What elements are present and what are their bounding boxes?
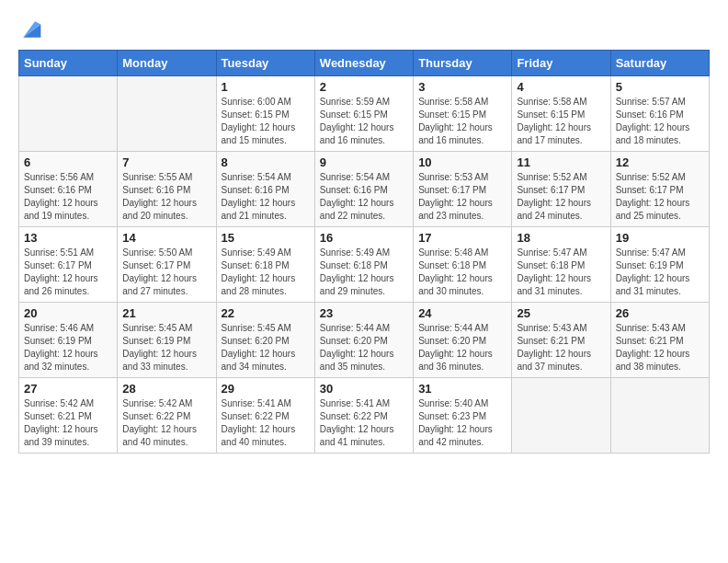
day-info: Sunrise: 5:49 AM Sunset: 6:18 PM Dayligh… [222, 247, 310, 298]
day-cell: 27Sunrise: 5:42 AM Sunset: 6:21 PM Dayli… [19, 378, 118, 454]
day-number: 25 [517, 306, 605, 320]
day-number: 6 [24, 155, 112, 169]
day-cell: 16Sunrise: 5:49 AM Sunset: 6:18 PM Dayli… [314, 227, 413, 303]
logo [18, 18, 42, 40]
day-number: 18 [517, 231, 605, 245]
day-info: Sunrise: 5:51 AM Sunset: 6:17 PM Dayligh… [24, 247, 112, 298]
day-number: 2 [320, 80, 408, 94]
day-number: 5 [616, 80, 704, 94]
day-cell: 10Sunrise: 5:53 AM Sunset: 6:17 PM Dayli… [414, 152, 512, 227]
day-info: Sunrise: 5:58 AM Sunset: 6:15 PM Dayligh… [418, 96, 506, 147]
day-cell: 28Sunrise: 5:42 AM Sunset: 6:22 PM Dayli… [118, 378, 216, 454]
day-info: Sunrise: 5:45 AM Sunset: 6:19 PM Dayligh… [122, 322, 210, 373]
day-info: Sunrise: 5:59 AM Sunset: 6:15 PM Dayligh… [320, 96, 408, 147]
day-info: Sunrise: 5:48 AM Sunset: 6:18 PM Dayligh… [418, 247, 506, 298]
day-number: 28 [122, 382, 210, 396]
logo-text [18, 18, 42, 40]
week-row-2: 6Sunrise: 5:56 AM Sunset: 6:16 PM Daylig… [19, 152, 710, 227]
day-cell: 14Sunrise: 5:50 AM Sunset: 6:17 PM Dayli… [118, 227, 216, 303]
day-info: Sunrise: 5:43 AM Sunset: 6:21 PM Dayligh… [616, 322, 704, 373]
day-number: 31 [418, 382, 506, 396]
day-info: Sunrise: 5:47 AM Sunset: 6:19 PM Dayligh… [616, 247, 704, 298]
day-info: Sunrise: 5:46 AM Sunset: 6:19 PM Dayligh… [24, 322, 112, 373]
day-cell: 20Sunrise: 5:46 AM Sunset: 6:19 PM Dayli… [19, 303, 118, 378]
day-cell: 11Sunrise: 5:52 AM Sunset: 6:17 PM Dayli… [512, 152, 610, 227]
header-cell-tuesday: Tuesday [216, 51, 314, 76]
day-cell: 22Sunrise: 5:45 AM Sunset: 6:20 PM Dayli… [216, 303, 314, 378]
day-number: 16 [320, 231, 408, 245]
header-area [18, 15, 710, 40]
day-cell: 30Sunrise: 5:41 AM Sunset: 6:22 PM Dayli… [314, 378, 413, 454]
day-cell: 15Sunrise: 5:49 AM Sunset: 6:18 PM Dayli… [216, 227, 314, 303]
day-cell: 4Sunrise: 5:58 AM Sunset: 6:15 PM Daylig… [512, 76, 610, 152]
day-info: Sunrise: 5:52 AM Sunset: 6:17 PM Dayligh… [517, 171, 605, 223]
day-cell: 17Sunrise: 5:48 AM Sunset: 6:18 PM Dayli… [414, 227, 512, 303]
day-number: 24 [418, 306, 506, 320]
day-cell: 13Sunrise: 5:51 AM Sunset: 6:17 PM Dayli… [19, 227, 118, 303]
day-cell: 24Sunrise: 5:44 AM Sunset: 6:20 PM Dayli… [414, 303, 512, 378]
day-cell [610, 378, 709, 454]
day-number: 3 [418, 80, 506, 94]
day-info: Sunrise: 5:53 AM Sunset: 6:17 PM Dayligh… [418, 171, 506, 223]
header-cell-thursday: Thursday [414, 51, 512, 76]
day-info: Sunrise: 5:44 AM Sunset: 6:20 PM Dayligh… [320, 322, 408, 373]
day-number: 7 [122, 155, 210, 169]
day-cell [118, 76, 216, 152]
day-number: 22 [222, 306, 310, 320]
day-cell: 19Sunrise: 5:47 AM Sunset: 6:19 PM Dayli… [610, 227, 709, 303]
day-cell: 3Sunrise: 5:58 AM Sunset: 6:15 PM Daylig… [414, 76, 512, 152]
week-row-4: 20Sunrise: 5:46 AM Sunset: 6:19 PM Dayli… [19, 303, 710, 378]
day-info: Sunrise: 5:58 AM Sunset: 6:15 PM Dayligh… [517, 96, 605, 147]
day-info: Sunrise: 5:44 AM Sunset: 6:20 PM Dayligh… [418, 322, 506, 373]
day-number: 13 [24, 231, 112, 245]
day-cell [19, 76, 118, 152]
header-cell-wednesday: Wednesday [314, 51, 413, 76]
week-row-5: 27Sunrise: 5:42 AM Sunset: 6:21 PM Dayli… [19, 378, 710, 454]
day-info: Sunrise: 5:50 AM Sunset: 6:17 PM Dayligh… [122, 247, 210, 298]
day-cell: 7Sunrise: 5:55 AM Sunset: 6:16 PM Daylig… [118, 152, 216, 227]
day-number: 10 [418, 155, 506, 169]
day-number: 15 [222, 231, 310, 245]
logo-icon [20, 18, 42, 40]
day-number: 19 [616, 231, 704, 245]
header-cell-monday: Monday [118, 51, 216, 76]
day-cell: 8Sunrise: 5:54 AM Sunset: 6:16 PM Daylig… [216, 152, 314, 227]
day-number: 26 [616, 306, 704, 320]
day-info: Sunrise: 5:55 AM Sunset: 6:16 PM Dayligh… [122, 171, 210, 223]
day-number: 11 [517, 155, 605, 169]
day-cell [512, 378, 610, 454]
header-cell-sunday: Sunday [19, 51, 118, 76]
day-info: Sunrise: 5:40 AM Sunset: 6:23 PM Dayligh… [418, 397, 506, 449]
header-row: SundayMondayTuesdayWednesdayThursdayFrid… [19, 51, 710, 76]
day-number: 20 [24, 306, 112, 320]
day-number: 30 [320, 382, 408, 396]
day-info: Sunrise: 5:45 AM Sunset: 6:20 PM Dayligh… [222, 322, 310, 373]
calendar-header: SundayMondayTuesdayWednesdayThursdayFrid… [19, 51, 710, 76]
day-cell: 26Sunrise: 5:43 AM Sunset: 6:21 PM Dayli… [610, 303, 709, 378]
day-info: Sunrise: 5:54 AM Sunset: 6:16 PM Dayligh… [222, 171, 310, 223]
day-info: Sunrise: 5:47 AM Sunset: 6:18 PM Dayligh… [517, 247, 605, 298]
week-row-1: 1Sunrise: 6:00 AM Sunset: 6:15 PM Daylig… [19, 76, 710, 152]
day-cell: 6Sunrise: 5:56 AM Sunset: 6:16 PM Daylig… [19, 152, 118, 227]
day-info: Sunrise: 5:49 AM Sunset: 6:18 PM Dayligh… [320, 247, 408, 298]
day-number: 12 [616, 155, 704, 169]
day-info: Sunrise: 5:41 AM Sunset: 6:22 PM Dayligh… [222, 397, 310, 449]
day-number: 1 [222, 80, 310, 94]
day-cell: 12Sunrise: 5:52 AM Sunset: 6:17 PM Dayli… [610, 152, 709, 227]
day-number: 9 [320, 155, 408, 169]
day-cell: 1Sunrise: 6:00 AM Sunset: 6:15 PM Daylig… [216, 76, 314, 152]
day-number: 27 [24, 382, 112, 396]
day-info: Sunrise: 5:43 AM Sunset: 6:21 PM Dayligh… [517, 322, 605, 373]
day-number: 8 [222, 155, 310, 169]
day-cell: 23Sunrise: 5:44 AM Sunset: 6:20 PM Dayli… [314, 303, 413, 378]
day-info: Sunrise: 5:52 AM Sunset: 6:17 PM Dayligh… [616, 171, 704, 223]
day-info: Sunrise: 6:00 AM Sunset: 6:15 PM Dayligh… [222, 96, 310, 147]
calendar-body: 1Sunrise: 6:00 AM Sunset: 6:15 PM Daylig… [19, 76, 710, 454]
day-info: Sunrise: 5:57 AM Sunset: 6:16 PM Dayligh… [616, 96, 704, 147]
calendar-table: SundayMondayTuesdayWednesdayThursdayFrid… [18, 50, 710, 454]
day-cell: 9Sunrise: 5:54 AM Sunset: 6:16 PM Daylig… [314, 152, 413, 227]
day-info: Sunrise: 5:54 AM Sunset: 6:16 PM Dayligh… [320, 171, 408, 223]
day-cell: 31Sunrise: 5:40 AM Sunset: 6:23 PM Dayli… [414, 378, 512, 454]
day-info: Sunrise: 5:42 AM Sunset: 6:21 PM Dayligh… [24, 397, 112, 449]
day-number: 21 [122, 306, 210, 320]
